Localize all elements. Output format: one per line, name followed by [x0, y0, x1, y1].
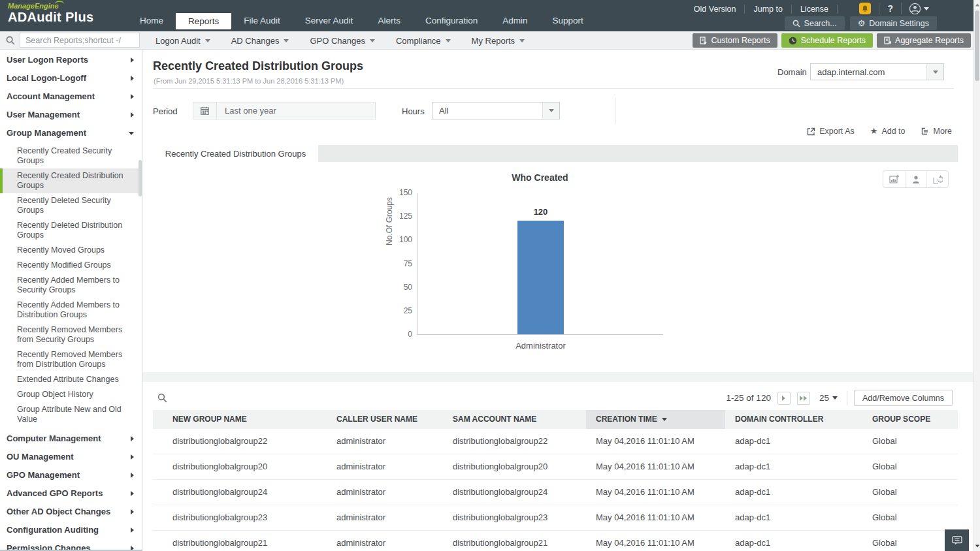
custom-reports-button[interactable]: Custom Reports — [693, 33, 777, 48]
sidebar-category-group-management[interactable]: Group Management — [0, 124, 142, 142]
sidebar-item-recently-created-security-groups[interactable]: Recently Created Security Groups — [0, 144, 142, 168]
sidebar-item-recently-deleted-distribution-groups[interactable]: Recently Deleted Distribution Groups — [0, 218, 142, 243]
schedule-reports-button[interactable]: Schedule Reports — [781, 33, 873, 48]
scroll-up-arrow[interactable] — [975, 4, 979, 7]
sidebar-item-recently-added-members-to-distribution-groups[interactable]: Recently Added Members to Distribution G… — [0, 298, 142, 323]
utility-icons: ? — [851, 1, 937, 16]
sidebar-item-recently-created-distribution-groups[interactable]: Recently Created Distribution Groups — [0, 168, 142, 193]
scroll-down-arrow[interactable] — [975, 545, 979, 548]
table-cell: May 04,2016 11:01:10 AM — [586, 429, 725, 454]
sidebar-item-recently-moved-groups[interactable]: Recently Moved Groups — [0, 243, 142, 258]
chevron-down-icon — [542, 102, 559, 119]
table-row[interactable]: distributionglobalgroup20administratordi… — [153, 454, 958, 480]
menu-my-reports[interactable]: My Reports — [461, 31, 535, 50]
table-row[interactable]: distributionglobalgroup21administratordi… — [153, 531, 958, 551]
more-button[interactable]: More — [921, 127, 952, 136]
page-size-select[interactable]: 25 — [817, 393, 840, 403]
column-header-group-scope[interactable]: GROUP SCOPE — [862, 410, 958, 429]
sidebar-category-advanced-gpo-reports[interactable]: Advanced GPO Reports — [0, 484, 142, 503]
user-menu-button[interactable] — [902, 3, 937, 14]
column-header-sam-account-name[interactable]: SAM ACCOUNT NAME — [443, 410, 586, 429]
bar-administrator[interactable] — [517, 221, 564, 334]
star-icon: ★ — [870, 127, 878, 135]
last-page-button[interactable] — [797, 392, 810, 405]
table-body: distributionglobalgroup22administratordi… — [153, 429, 958, 551]
sidebar: User Logon ReportsLocal Logon-LogoffAcco… — [0, 50, 142, 551]
next-page-button[interactable] — [777, 392, 791, 405]
sidebar-category-configuration-auditing[interactable]: Configuration Auditing — [0, 521, 142, 539]
sidebar-category-local-logon-logoff[interactable]: Local Logon-Logoff — [0, 69, 142, 87]
reports-search-input[interactable] — [20, 33, 140, 48]
sidebar-item-recently-modified-groups[interactable]: Recently Modified Groups — [0, 258, 142, 273]
utility-link-jump-to[interactable]: Jump to — [745, 5, 791, 14]
table-cell: distributionglobalgroup20 — [443, 454, 586, 479]
chevron-down-icon — [446, 39, 451, 42]
hours-select[interactable]: All — [432, 102, 560, 119]
utility-link-old-version[interactable]: Old Version — [685, 5, 745, 14]
add-to-button[interactable]: ★ Add to — [870, 127, 906, 136]
nav-tab-alerts[interactable]: Alerts — [365, 13, 413, 29]
scrollbar-thumb[interactable] — [975, 10, 979, 81]
nav-tab-support[interactable]: Support — [540, 13, 595, 29]
export-as-button[interactable]: Export As — [807, 127, 855, 136]
global-search-button[interactable]: Search... — [785, 16, 845, 30]
table-cell: distributionglobalgroup22 — [153, 429, 327, 454]
sidebar-category-ou-management[interactable]: OU Management — [0, 448, 142, 466]
aggregate-reports-button[interactable]: Aggregate Reports — [877, 33, 971, 48]
table-cell: Global — [862, 531, 958, 551]
sidebar-item-group-attribute-new-and-old-value[interactable]: Group Attribute New and Old Value — [0, 402, 142, 427]
report-date-range: (From Jun 29,2015 5:31:13 PM to Jun 28,2… — [154, 77, 344, 85]
table-row[interactable]: distributionglobalgroup24administratordi… — [153, 480, 958, 505]
sidebar-category-account-management[interactable]: Account Management — [0, 87, 142, 106]
table-cell: administrator — [327, 429, 443, 454]
table-row[interactable]: distributionglobalgroup22administratordi… — [153, 429, 958, 454]
sidebar-category-gpo-management[interactable]: GPO Management — [0, 466, 142, 484]
column-header-caller-user-name[interactable]: CALLER USER NAME — [327, 410, 443, 429]
menu-gpo-changes[interactable]: GPO Changes — [299, 31, 385, 50]
period-picker[interactable]: Last one year — [193, 102, 376, 119]
sidebar-item-recently-removed-members-from-distribution-groups[interactable]: Recently Removed Members from Distributi… — [0, 347, 142, 372]
menu-ad-changes[interactable]: AD Changes — [221, 31, 300, 50]
sidebar-category-other-ad-object-changes[interactable]: Other AD Object Changes — [0, 503, 142, 521]
report-tab[interactable]: Recently Created Distribution Groups — [153, 145, 318, 162]
more-icon — [921, 127, 930, 135]
nav-tab-reports[interactable]: Reports — [176, 13, 231, 29]
chat-support-button[interactable] — [945, 529, 969, 551]
nav-tab-server-audit[interactable]: Server Audit — [293, 13, 366, 29]
sidebar-scrollbar-thumb[interactable] — [139, 160, 142, 197]
nav-tab-admin[interactable]: Admin — [490, 13, 540, 29]
page-scrollbar[interactable] — [973, 0, 980, 551]
header-actions: Search... ⚙ Domain Settings — [785, 16, 937, 30]
refresh-chart-button[interactable] — [926, 171, 948, 187]
sidebar-item-extended-attribute-changes[interactable]: Extended Attribute Changes — [0, 372, 142, 387]
help-button[interactable]: ? — [879, 3, 902, 14]
sidebar-item-recently-deleted-security-groups[interactable]: Recently Deleted Security Groups — [0, 193, 142, 218]
menu-compliance[interactable]: Compliance — [385, 31, 461, 50]
sidebar-item-group-object-history[interactable]: Group Object History — [0, 387, 142, 402]
add-chart-button[interactable] — [883, 171, 905, 187]
utility-link-license[interactable]: License — [792, 5, 838, 14]
domain-select[interactable]: adap.internal.com — [810, 63, 944, 80]
y-axis-tick: 75 — [387, 259, 412, 268]
sidebar-item-recently-removed-members-from-security-groups[interactable]: Recently Removed Members from Security G… — [0, 323, 142, 347]
who-created-view-button[interactable] — [905, 171, 926, 187]
column-header-domain-controller[interactable]: DOMAIN CONTROLLER — [725, 410, 862, 429]
domain-settings-button[interactable]: ⚙ Domain Settings — [850, 16, 937, 30]
calendar-icon — [193, 102, 217, 119]
nav-tab-file-audit[interactable]: File Audit — [231, 13, 293, 29]
column-header-creation-time[interactable]: CREATION TIME — [586, 410, 725, 429]
nav-tab-home[interactable]: Home — [127, 13, 176, 29]
add-remove-columns-button[interactable]: Add/Remove Columns — [854, 390, 953, 406]
sidebar-category-user-logon-reports[interactable]: User Logon Reports — [0, 51, 142, 69]
table-search-icon[interactable] — [157, 393, 167, 403]
notifications-button[interactable] — [851, 3, 879, 14]
nav-tab-configuration[interactable]: Configuration — [413, 13, 490, 29]
sidebar-item-recently-added-members-to-security-groups[interactable]: Recently Added Members to Security Group… — [0, 273, 142, 298]
menu-logon-audit[interactable]: Logon Audit — [145, 31, 221, 50]
brand-logo[interactable]: ManageEngine ADAudit Plus — [8, 2, 93, 25]
table-row[interactable]: distributionglobalgroup23administratordi… — [153, 505, 958, 531]
column-header-new-group-name[interactable]: NEW GROUP NAME — [153, 410, 327, 429]
sidebar-category-computer-management[interactable]: Computer Management — [0, 430, 142, 448]
sidebar-category-user-management[interactable]: User Management — [0, 106, 142, 124]
divider — [847, 391, 847, 405]
